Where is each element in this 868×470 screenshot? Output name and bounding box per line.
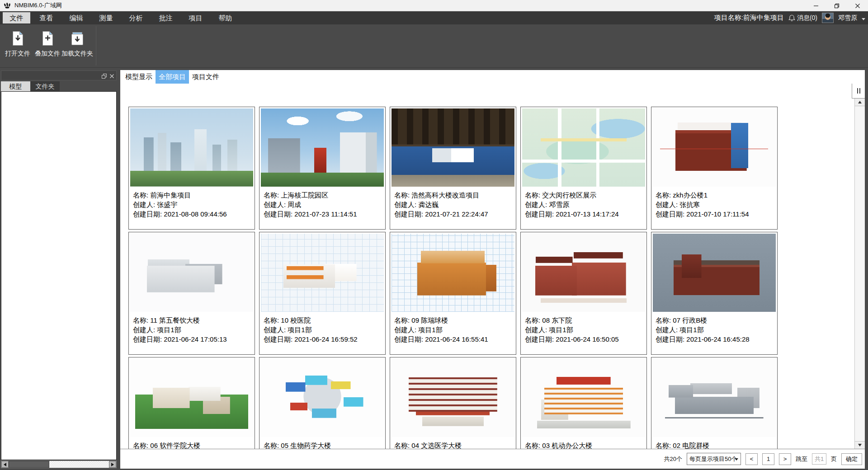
bim-model-colorful-ring-thumbnail (261, 359, 384, 437)
scroll-track[interactable] (9, 461, 109, 468)
main-tab-1[interactable]: 模型显示 (122, 70, 156, 84)
float-panel-icon[interactable] (102, 72, 107, 80)
project-name: 名称: 09 陈瑞球楼 (394, 315, 513, 325)
user-menu-caret-icon[interactable] (862, 18, 865, 20)
model-dock-panel: 模型文件夹 (0, 68, 120, 470)
project-card[interactable]: 名称: 前海中集项目创建人: 张盛宇创建日期: 2021-08-08 09:44… (128, 107, 255, 230)
user-name[interactable]: 邓雪原 (838, 14, 857, 22)
collapse-panel-button[interactable] (852, 84, 865, 99)
total-count-label: 共20个 (664, 455, 682, 463)
scroll-down-button[interactable] (855, 441, 865, 449)
project-date: 创建日期: 2021-06-24 16:59:52 (264, 334, 382, 344)
project-card[interactable]: 名称: 04 文选医学大楼 (390, 357, 516, 449)
project-card[interactable]: 名称: 交大闵行校区展示创建人: 邓雪原创建日期: 2021-07-13 14:… (520, 107, 647, 230)
project-card[interactable]: 名称: 11 第五餐饮大楼创建人: 项目1部创建日期: 2021-06-24 1… (128, 232, 255, 355)
toolbar-button-2[interactable]: 叠加文件 (33, 29, 62, 58)
bim-model-dark-red-building-thumbnail (653, 234, 776, 312)
dock-horizontal-scrollbar (1, 461, 117, 468)
current-page-button[interactable]: 1 (762, 453, 774, 465)
project-card[interactable]: 名称: 08 东下院创建人: 项目1部创建日期: 2021-06-24 16:5… (520, 232, 647, 355)
bim-model-red-blue-office-thumbnail (653, 108, 776, 187)
project-date: 创建日期: 2021-06-24 16:45:28 (656, 334, 774, 344)
prev-page-button[interactable]: < (745, 453, 758, 465)
menu-item-1[interactable]: 文件 (3, 12, 30, 24)
scroll-left-button[interactable] (1, 461, 9, 468)
project-meta: 名称: 08 东下院创建人: 项目1部创建日期: 2021-06-24 16:5… (522, 312, 645, 344)
scroll-up-button[interactable] (855, 99, 865, 106)
main-tab-2[interactable]: 全部项目 (156, 70, 189, 84)
page-size-select[interactable]: 每页显示项目50个 (687, 453, 741, 465)
close-button[interactable] (847, 0, 868, 11)
project-name: 名称: 03 机动办公大楼 (525, 441, 643, 449)
project-name-label: 项目名称:前海中集项目 (714, 14, 784, 22)
menu-item-2[interactable]: 查看 (33, 12, 60, 24)
messages-button[interactable]: 消息(0) (788, 14, 817, 22)
project-date: 创建日期: 2021-07-21 22:24:47 (394, 209, 513, 219)
model-tree-area[interactable] (1, 91, 117, 460)
toolbar-buttons: 打开文件叠加文件加载文件夹 (0, 24, 868, 58)
project-name: 名称: 浩然高科大楼改造项目 (394, 190, 513, 200)
menu-item-7[interactable]: 项目 (182, 12, 209, 24)
dock-tab-2[interactable]: 文件夹 (30, 81, 60, 92)
project-creator: 创建人: 项目1部 (394, 325, 513, 334)
next-page-button[interactable]: > (779, 453, 791, 465)
main-tab-3[interactable]: 项目文件 (189, 70, 222, 84)
dock-tab-1[interactable]: 模型 (1, 81, 30, 92)
window-title: NMBIM6.0-广域网 (14, 1, 62, 9)
project-card[interactable]: 名称: 03 机动办公大楼 (520, 357, 647, 449)
project-name: 名称: 10 校医院 (264, 315, 382, 325)
restore-button[interactable] (826, 0, 847, 11)
minimize-button[interactable] (806, 0, 826, 11)
project-creator: 创建人: 周成 (264, 200, 382, 209)
project-meta: 名称: 浩然高科大楼改造项目创建人: 龚达巍创建日期: 2021-07-21 2… (392, 187, 514, 219)
project-date: 创建日期: 2021-06-24 16:55:41 (394, 334, 513, 344)
project-meta: 名称: 03 机动办公大楼 (522, 437, 645, 449)
project-creator: 创建人: 龚达巍 (394, 200, 513, 209)
project-name: 名称: 07 行政B楼 (656, 315, 774, 325)
menu-item-6[interactable]: 批注 (152, 12, 179, 24)
menu-item-8[interactable]: 帮助 (212, 12, 239, 24)
menu-item-4[interactable]: 测量 (92, 12, 120, 24)
close-panel-icon[interactable] (109, 72, 114, 80)
main-area: 模型显示全部项目项目文件 名称: 前海中集项目创建人: 张盛宇创建日期: 202… (120, 68, 868, 470)
project-date: 创建日期: 2021-07-13 14:17:24 (525, 209, 643, 219)
jump-page-input[interactable] (812, 453, 826, 465)
toolbar-button-label: 叠加文件 (35, 50, 60, 58)
menu-item-5[interactable]: 分析 (122, 12, 150, 24)
bim-model-white-orange-thumbnail (522, 359, 645, 437)
project-creator: 创建人: 项目1部 (264, 325, 382, 334)
project-card[interactable]: 名称: 02 电院群楼 (651, 357, 778, 449)
menu-item-3[interactable]: 编辑 (62, 12, 90, 24)
project-name: 名称: 02 电院群楼 (656, 441, 774, 449)
project-name: 名称: 上海核工院园区 (264, 190, 382, 200)
file-open-icon (12, 29, 24, 46)
toolbar-button-3[interactable]: 加载文件夹 (62, 29, 92, 58)
project-date: 创建日期: 2021-06-24 17:05:13 (133, 334, 251, 344)
project-card[interactable]: 名称: 07 行政B楼创建人: 项目1部创建日期: 2021-06-24 16:… (651, 232, 778, 355)
project-card[interactable]: 名称: 上海核工院园区创建人: 周成创建日期: 2021-07-23 11:14… (259, 107, 386, 230)
vertical-scrollbar[interactable] (854, 99, 865, 449)
combo-caret-icon (735, 458, 738, 461)
project-card[interactable]: 名称: 06 软件学院大楼 (128, 357, 255, 449)
campus-photo-thumbnail (261, 108, 384, 187)
user-avatar[interactable] (822, 13, 834, 23)
project-meta: 名称: 07 行政B楼创建人: 项目1部创建日期: 2021-06-24 16:… (653, 312, 776, 344)
project-name: 名称: zkh办公楼1 (656, 190, 774, 200)
project-card[interactable]: 名称: 10 校医院创建人: 项目1部创建日期: 2021-06-24 16:5… (259, 232, 386, 355)
confirm-button[interactable]: 确定 (841, 453, 862, 465)
project-meta: 名称: 上海核工院园区创建人: 周成创建日期: 2021-07-23 11:14… (261, 187, 384, 219)
project-meta: 名称: 交大闵行校区展示创建人: 邓雪原创建日期: 2021-07-13 14:… (522, 187, 645, 219)
project-card[interactable]: 名称: 05 生物药学大楼 (259, 357, 386, 449)
toolbar-button-1[interactable]: 打开文件 (3, 29, 33, 58)
bim-model-gray-canteen-thumbnail (130, 234, 253, 312)
bell-icon (788, 14, 795, 22)
file-toolbar: 打开文件叠加文件加载文件夹 (0, 24, 868, 68)
project-card[interactable]: 名称: zkh办公楼1创建人: 张抗寒创建日期: 2021-07-10 17:1… (651, 107, 778, 230)
scroll-right-button[interactable] (109, 461, 116, 468)
project-name: 名称: 11 第五餐饮大楼 (133, 315, 251, 325)
project-creator: 创建人: 项目1部 (525, 325, 643, 334)
project-card[interactable]: 名称: 浩然高科大楼改造项目创建人: 龚达巍创建日期: 2021-07-21 2… (390, 107, 516, 230)
scroll-thumb[interactable] (9, 461, 49, 468)
project-card[interactable]: 名称: 09 陈瑞球楼创建人: 项目1部创建日期: 2021-06-24 16:… (390, 232, 516, 355)
dock-panel-header (1, 70, 117, 80)
